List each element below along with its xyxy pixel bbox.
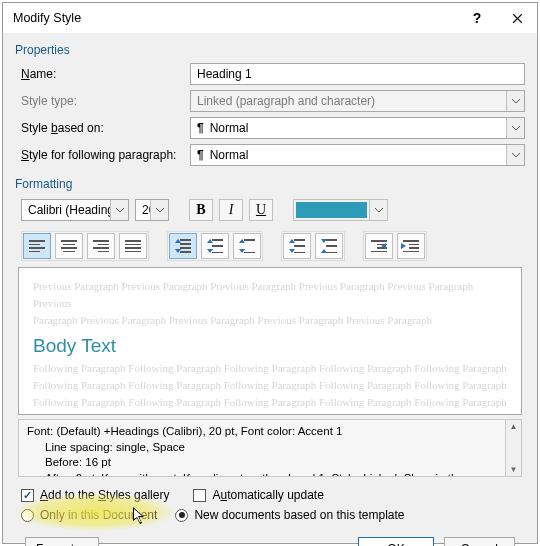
preview-previous-text: Previous Paragraph Previous Paragraph Pr… [33, 278, 507, 312]
spacing-onehalf-button[interactable] [201, 233, 229, 259]
align-center-icon [61, 240, 77, 252]
ok-button[interactable]: OK [358, 537, 433, 546]
align-justify-button[interactable] [119, 233, 147, 259]
preview-following-text: Following Paragraph Following Paragraph … [33, 411, 507, 415]
new-documents-label: New documents based on this template [194, 508, 404, 522]
align-center-button[interactable] [55, 233, 83, 259]
style-type-select: Linked (paragraph and character) [190, 90, 525, 112]
style-description: Font: (Default) +Headings (Calibri), 20 … [18, 419, 505, 477]
scroll-down-button[interactable]: ▼ [510, 465, 518, 474]
preview-previous-text: Paragraph Previous Paragraph Previous Pa… [33, 312, 507, 329]
pilcrow-icon: ¶ [197, 148, 204, 162]
para-space-icon [321, 239, 337, 253]
modify-style-dialog: Modify Style ? Properties Name: Style ty… [2, 2, 538, 544]
dialog-title: Modify Style [13, 11, 81, 25]
new-documents-radio[interactable] [175, 509, 188, 522]
desc-line: Before: 16 pt [27, 455, 497, 471]
font-dropdown-button[interactable] [110, 200, 128, 220]
name-label: Name: [15, 67, 190, 81]
scroll-up-button[interactable]: ▲ [510, 422, 518, 431]
font-size-select[interactable]: 20 [135, 199, 169, 221]
font-color-select[interactable] [293, 199, 388, 221]
bold-button[interactable]: B [189, 199, 213, 221]
align-right-button[interactable] [87, 233, 115, 259]
italic-button[interactable]: I [219, 199, 243, 221]
following-paragraph-select[interactable]: ¶ Normal [190, 144, 525, 166]
preview-body-text: Body Text [33, 335, 507, 357]
style-type-label: Style type: [15, 94, 190, 108]
only-this-document-label: Only in this Document [40, 508, 157, 522]
desc-line: Line spacing: single, Space [27, 440, 497, 456]
add-to-gallery-checkbox[interactable]: ✓ [21, 489, 34, 502]
properties-heading: Properties [15, 41, 525, 63]
color-swatch-icon [296, 202, 367, 218]
desc-line: After: 0 pt, Keep with next, Keep lines … [27, 471, 497, 477]
chevron-down-icon [156, 208, 164, 213]
chevron-down-icon [116, 208, 124, 213]
based-on-select[interactable]: ¶ Normal [190, 117, 525, 139]
following-dropdown-button[interactable] [506, 145, 524, 165]
align-left-button[interactable] [23, 233, 51, 259]
desc-line: Font: (Default) +Headings (Calibri), 20 … [27, 425, 342, 437]
style-type-dropdown-button [506, 91, 524, 111]
chevron-down-icon [512, 99, 520, 104]
align-left-icon [29, 240, 45, 252]
align-justify-icon [125, 240, 141, 252]
font-select[interactable]: Calibri (Headings) [21, 199, 129, 221]
pilcrow-icon: ¶ [197, 121, 204, 135]
add-to-gallery-label: Add to the Styles gallery [40, 488, 169, 502]
increase-indent-button[interactable] [397, 233, 425, 259]
line-spacing-icon [207, 239, 223, 253]
preview-following-text: Following Paragraph Following Paragraph … [33, 360, 507, 377]
chevron-down-icon [375, 208, 383, 213]
spacing-single-button[interactable] [169, 233, 197, 259]
preview-following-text: Following Paragraph Following Paragraph … [33, 377, 507, 394]
spacing-double-button[interactable] [233, 233, 261, 259]
formatting-heading: Formatting [15, 175, 525, 197]
close-button[interactable] [497, 3, 537, 33]
style-preview: Previous Paragraph Previous Paragraph Pr… [18, 267, 522, 415]
underline-button[interactable]: U [249, 199, 273, 221]
auto-update-label: Automatically update [212, 488, 323, 502]
only-this-document-radio[interactable] [21, 509, 34, 522]
line-spacing-icon [239, 239, 255, 253]
increase-indent-icon [403, 240, 419, 252]
based-on-label: Style based on: [15, 121, 190, 135]
color-dropdown-button[interactable] [369, 200, 387, 220]
following-paragraph-label: Style for following paragraph: [15, 148, 190, 162]
close-icon [512, 13, 523, 24]
format-button[interactable]: Format ▼ [25, 537, 99, 546]
para-space-icon [289, 239, 305, 253]
chevron-down-icon [512, 126, 520, 131]
help-button[interactable]: ? [457, 3, 497, 33]
size-dropdown-button[interactable] [150, 200, 168, 220]
description-scrollbar[interactable]: ▲ ▼ [505, 419, 522, 477]
align-right-icon [93, 240, 109, 252]
space-before-increase-button[interactable] [283, 233, 311, 259]
chevron-down-icon [512, 153, 520, 158]
decrease-indent-button[interactable] [365, 233, 393, 259]
based-on-dropdown-button[interactable] [506, 118, 524, 138]
line-spacing-icon [175, 239, 191, 253]
decrease-indent-icon [371, 240, 387, 252]
preview-following-text: Following Paragraph Following Paragraph … [33, 394, 507, 411]
auto-update-checkbox[interactable] [193, 489, 206, 502]
cancel-button[interactable]: Cancel [444, 537, 515, 546]
space-before-decrease-button[interactable] [315, 233, 343, 259]
name-input[interactable] [190, 63, 525, 85]
titlebar: Modify Style ? [3, 3, 537, 33]
